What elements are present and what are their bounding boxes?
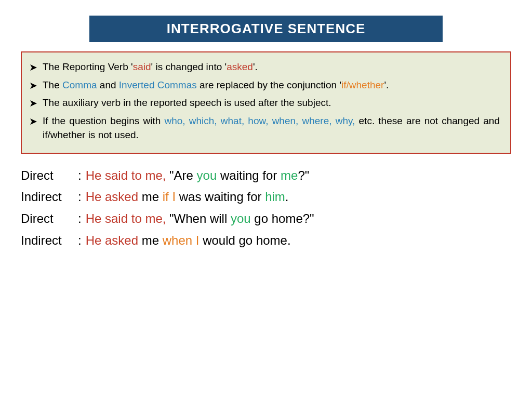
indirect-label-2: Indirect (21, 230, 78, 251)
bullet-arrow-1: ➤ (29, 60, 37, 75)
colon-2: : (78, 187, 82, 207)
he-asked-1: He asked (86, 190, 138, 204)
bullet-item-4: ➤ If the question begins with who, which… (29, 114, 500, 142)
you-2: you (231, 211, 251, 225)
bullet-text-1: The Reporting Verb 'said' is changed int… (43, 60, 500, 74)
bullet-text-2: The Comma and Inverted Commas are replac… (43, 78, 500, 92)
example-indirect-1: Indirect : He asked me if I was waiting … (21, 187, 511, 207)
page-title: INTERROGATIVE SENTENCE (89, 16, 443, 42)
comma-text: Comma (62, 79, 97, 90)
wh-words-text: who, which, what, how, when, where, why, (164, 115, 355, 126)
direct-text-2: He said to me, "When will you go home?" (86, 208, 511, 229)
bullet-text-3: The auxiliary verb in the reported speec… (43, 96, 500, 110)
direct-label-2: Direct (21, 208, 78, 229)
bullet-item-1: ➤ The Reporting Verb 'said' is changed i… (29, 60, 500, 75)
indirect-label-1: Indirect (21, 187, 78, 207)
info-box: ➤ The Reporting Verb 'said' is changed i… (21, 51, 511, 154)
direct-label-1: Direct (21, 165, 78, 186)
him-1: him (265, 190, 285, 204)
you-1: you (197, 168, 217, 182)
bullet-list: ➤ The Reporting Verb 'said' is changed i… (29, 60, 500, 142)
bullet-arrow-2: ➤ (29, 78, 37, 93)
he-asked-2: He asked (86, 233, 138, 247)
when-i-2: when I (163, 233, 200, 247)
bullet-arrow-3: ➤ (29, 96, 37, 111)
colon-4: : (78, 230, 82, 251)
he-said-1: He said to me, (86, 168, 166, 182)
me-1: me (281, 168, 298, 182)
inverted-commas-text: Inverted Commas (119, 79, 197, 90)
asked-text: asked (227, 61, 253, 72)
direct-text-1: He said to me, "Are you waiting for me?" (86, 165, 511, 186)
bullet-text-4: If the question begins with who, which, … (43, 114, 500, 142)
he-said-2: He said to me, (86, 211, 166, 225)
indirect-text-2: He asked me when I would go home. (86, 230, 511, 251)
colon-3: : (78, 208, 82, 229)
indirect-text-1: He asked me if I was waiting for him. (86, 187, 511, 207)
example-direct-2: Direct : He said to me, "When will you g… (21, 208, 511, 229)
if-whether-text: if/whether (341, 79, 384, 90)
bullet-item-3: ➤ The auxiliary verb in the reported spe… (29, 96, 500, 111)
bullet-arrow-4: ➤ (29, 114, 37, 129)
colon-1: : (78, 165, 82, 186)
example-direct-1: Direct : He said to me, "Are you waiting… (21, 165, 511, 186)
examples-section: Direct : He said to me, "Are you waiting… (21, 165, 511, 251)
bullet-item-2: ➤ The Comma and Inverted Commas are repl… (29, 78, 500, 93)
said-text: said (133, 61, 151, 72)
example-indirect-2: Indirect : He asked me when I would go h… (21, 230, 511, 251)
if-i-1: if I (163, 190, 176, 204)
